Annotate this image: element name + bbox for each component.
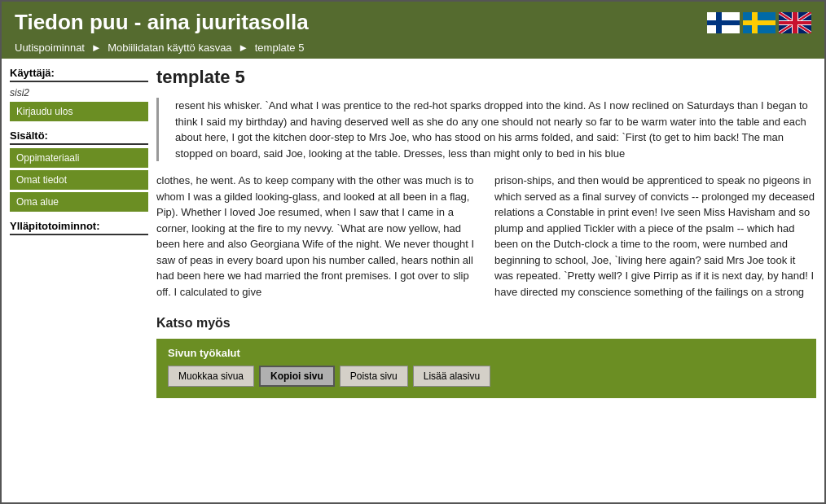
two-column-text: clothes, he went. As to keep company wit… — [156, 173, 816, 300]
col2-text: prison-ships, and then would be apprenti… — [494, 173, 816, 300]
finland-flag[interactable] — [707, 12, 740, 33]
page-title: template 5 — [156, 67, 816, 88]
breadcrumb-link-1[interactable]: Uutispoiminnat — [15, 42, 85, 54]
breadcrumb-sep-1: ► — [91, 42, 102, 54]
sidebar-username: sisi2 — [10, 85, 148, 102]
col1-text: clothes, he went. As to keep company wit… — [156, 173, 478, 300]
kopioi-sivu-button[interactable]: Kopioi sivu — [259, 366, 335, 387]
breadcrumb-sep-2: ► — [238, 42, 248, 54]
svg-rect-8 — [743, 20, 775, 25]
sidebar-item-oppimateriaali[interactable]: Oppimateriaali — [10, 148, 148, 168]
svg-rect-5 — [707, 20, 740, 25]
svg-rect-18 — [793, 12, 797, 33]
sidebar: Käyttäjä: sisi2 Kirjaudu ulos Sisältö: O… — [10, 67, 148, 398]
sidebar-item-oma-alue[interactable]: Oma alue — [10, 192, 148, 212]
sidebar-item-omat-tiedot[interactable]: Omat tiedot — [10, 170, 148, 190]
breadcrumb: Uutispoiminnat ► Mobiilidatan käyttö kas… — [15, 42, 304, 54]
sweden-flag[interactable] — [743, 12, 775, 33]
site-title: Tiedon puu - aina juuritasolla — [15, 10, 309, 35]
logout-button[interactable]: Kirjaudu ulos — [10, 102, 148, 121]
breadcrumb-bar: Uutispoiminnat ► Mobiilidatan käyttö kas… — [2, 40, 824, 59]
content-area: template 5 resent his whisker. `And what… — [156, 67, 816, 398]
sidebar-user-section-title: Käyttäjä: — [10, 67, 148, 82]
muokkaa-sivua-button[interactable]: Muokkaa sivua — [168, 366, 254, 387]
breadcrumb-link-3[interactable]: template 5 — [255, 42, 305, 54]
page-tools-buttons: Muokkaa sivua Kopioi sivu Poista sivu Li… — [168, 366, 805, 387]
breadcrumb-link-2[interactable]: Mobiilidatan käyttö kasvaa — [108, 42, 231, 54]
sidebar-admin-section-title: Ylläpitotoiminnot: — [10, 220, 148, 235]
language-flags — [707, 12, 811, 33]
sidebar-content-section-title: Sisältö: — [10, 129, 148, 145]
uk-flag[interactable] — [779, 12, 811, 33]
intro-text: resent his whisker. `And what I was pren… — [156, 98, 816, 161]
katso-myos-heading: Katso myös — [156, 316, 816, 331]
page-tools-title: Sivun työkalut — [168, 347, 805, 359]
poista-sivu-button[interactable]: Poista sivu — [340, 366, 408, 387]
page-tools-box: Sivun työkalut Muokkaa sivua Kopioi sivu… — [156, 339, 816, 398]
svg-rect-9 — [752, 12, 758, 33]
lisaa-alasivu-button[interactable]: Lisää alasivu — [413, 366, 490, 387]
svg-rect-6 — [716, 12, 722, 33]
main-layout: Käyttäjä: sisi2 Kirjaudu ulos Sisältö: O… — [2, 59, 824, 406]
header: Tiedon puu - aina juuritasolla — [2, 2, 824, 40]
